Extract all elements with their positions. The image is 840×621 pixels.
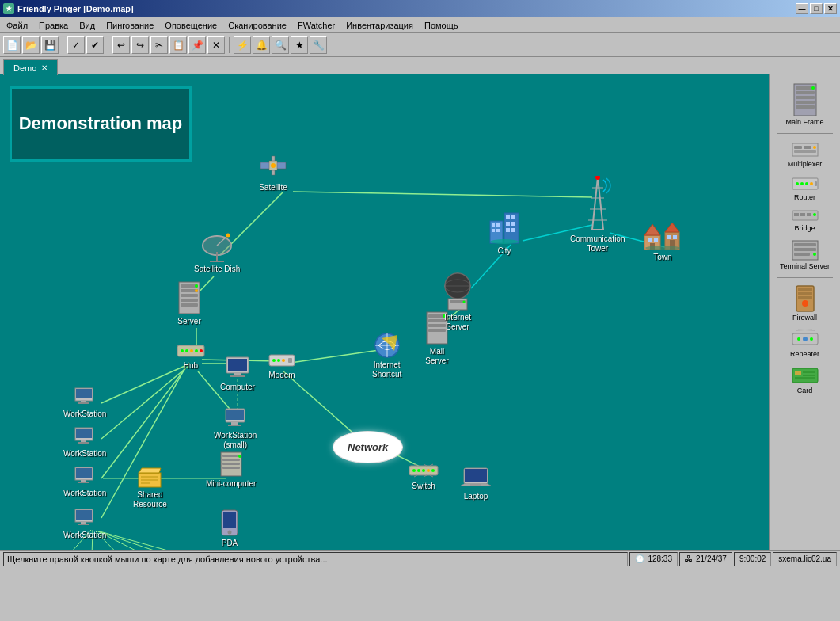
svg-rect-60 [288, 358, 292, 363]
satellite-dish-icon [200, 231, 234, 263]
tb-check2[interactable]: ✔ [86, 36, 104, 54]
tb-redo[interactable]: ↪ [131, 36, 149, 54]
tb-sep3 [229, 37, 230, 53]
panel-router[interactable]: Router [773, 173, 838, 204]
node-ws1[interactable]: WorkStation [63, 387, 106, 419]
svg-point-49 [190, 349, 193, 352]
node-modem[interactable]: Modem [268, 352, 296, 380]
node-city[interactable]: City [487, 205, 522, 256]
window-title: Friendly Pinger [Demo.map] [17, 4, 134, 13]
statusbar-time: 128:33 [648, 554, 672, 563]
node-internet-shortcut[interactable]: InternetShortcut [372, 332, 401, 379]
status-count: 🖧 21/24/37 [679, 552, 732, 566]
title-bar: ★ Friendly Pinger [Demo.map] — □ ✕ [0, 0, 840, 17]
menu-help[interactable]: Помощь [420, 18, 463, 32]
tb-save[interactable]: 💾 [41, 36, 59, 54]
svg-rect-72 [223, 512, 236, 528]
node-ws2[interactable]: WorkStation [63, 427, 106, 459]
tb-paste[interactable]: 📌 [188, 36, 206, 54]
svg-rect-211 [794, 248, 816, 251]
tb-tool[interactable]: 🔧 [310, 36, 327, 54]
node-switch[interactable]: Switch [408, 463, 439, 491]
close-button[interactable]: ✕ [824, 3, 837, 14]
demo-title: Demonstration map [10, 86, 192, 162]
menu-view[interactable]: Вид [74, 18, 100, 32]
tb-ping[interactable]: ⚡ [234, 36, 251, 54]
svg-point-201 [805, 182, 808, 185]
panel-mainframe[interactable]: Main Frame [773, 81, 838, 128]
svg-point-138 [445, 273, 470, 299]
maximize-button[interactable]: □ [810, 3, 823, 14]
svg-point-146 [427, 469, 430, 472]
node-internet-server[interactable]: InternetServer [442, 269, 473, 332]
svg-rect-215 [798, 288, 812, 291]
tb-delete[interactable]: ✕ [207, 36, 225, 54]
bridge-label: Bridge [794, 224, 815, 233]
tb-copy[interactable]: 📋 [169, 36, 187, 54]
repeater-icon [791, 329, 819, 349]
menu-inventory[interactable]: Инвентаризация [341, 18, 418, 32]
menu-ping[interactable]: Пингование [101, 18, 158, 32]
panel-bridge[interactable]: Bridge [773, 206, 838, 234]
node-satellite-dish[interactable]: Satellite Dish [194, 231, 240, 274]
tb-bell[interactable]: 🔔 [253, 36, 270, 54]
tb-check[interactable]: ✓ [67, 36, 85, 54]
menu-alert[interactable]: Оповещение [160, 18, 222, 32]
svg-point-218 [802, 300, 808, 307]
panel-terminal-server[interactable]: Terminal Server [773, 238, 838, 272]
minimize-button[interactable]: — [796, 3, 808, 14]
tab-demo[interactable]: Demo ✕ [3, 59, 58, 75]
tb-open[interactable]: 📂 [22, 36, 40, 54]
satellite-label: Satellite [259, 183, 287, 192]
panel-sep2 [777, 277, 833, 278]
menu-file[interactable]: Файл [2, 18, 32, 32]
node-comm-tower[interactable]: CommunicationTower [570, 176, 625, 253]
switch-label: Switch [412, 482, 435, 491]
svg-rect-178 [654, 238, 658, 242]
node-pda[interactable]: PDA [220, 509, 239, 548]
tb-new[interactable]: 📄 [3, 36, 21, 54]
node-laptop[interactable]: Laptop [461, 467, 491, 501]
svg-rect-163 [511, 228, 515, 232]
node-satellite[interactable]: Satellite [257, 150, 289, 192]
panel-repeater[interactable]: Repeater [773, 327, 838, 360]
ws2-label: WorkStation [63, 449, 106, 459]
main-canvas[interactable]: Demonstration map Satellite [0, 74, 840, 550]
menu-fwatcher[interactable]: FWatcher [293, 18, 340, 32]
tab-demo-label: Demo [13, 63, 36, 73]
menu-scan[interactable]: Сканирование [223, 18, 291, 32]
node-computer[interactable]: Computer [220, 356, 255, 392]
tb-search[interactable]: 🔍 [272, 36, 289, 54]
svg-rect-190 [796, 101, 815, 104]
node-ws4[interactable]: WorkStation [63, 509, 106, 540]
svg-rect-210 [794, 243, 816, 246]
panel-firewall[interactable]: Firewall [773, 283, 838, 324]
svg-rect-89 [78, 524, 89, 525]
ws3-icon [74, 467, 95, 487]
svg-point-200 [800, 182, 804, 185]
tab-close-icon[interactable]: ✕ [41, 63, 48, 72]
svg-rect-207 [807, 213, 811, 216]
node-shared[interactable]: SharedResource [133, 467, 167, 509]
svg-rect-159 [511, 215, 515, 219]
svg-rect-53 [228, 359, 247, 371]
node-mini-computer[interactable]: Mini-computer [206, 451, 256, 489]
svg-rect-66 [222, 455, 240, 457]
node-ws-small[interactable]: WorkStation(small) [214, 407, 257, 450]
panel-card[interactable]: Card [773, 364, 838, 397]
svg-rect-161 [511, 222, 515, 226]
tb-undo[interactable]: ↩ [112, 36, 130, 54]
menu-bar: Файл Правка Вид Пингование Оповещение Ск… [0, 17, 840, 33]
tb-cut[interactable]: ✂ [150, 36, 168, 54]
node-server[interactable]: Server [176, 280, 203, 326]
tb-star[interactable]: ★ [291, 36, 308, 54]
svg-line-1 [293, 192, 592, 197]
panel-multiplexer[interactable]: Multiplexer [773, 139, 838, 170]
computer-label: Computer [220, 383, 255, 392]
switch-icon [408, 463, 439, 480]
node-network[interactable]: Network [333, 431, 403, 465]
node-town[interactable]: Town [643, 213, 682, 262]
menu-edit[interactable]: Правка [34, 18, 73, 32]
node-hub[interactable]: Hub [176, 342, 206, 371]
node-ws3[interactable]: WorkStation [63, 467, 106, 498]
